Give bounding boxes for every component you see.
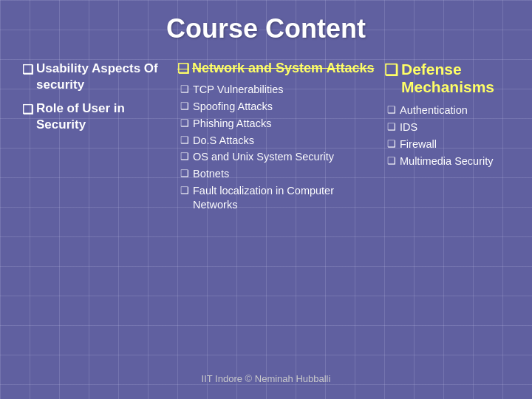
- footer-text: IIT Indore © Neminah Hubballi: [22, 373, 510, 384]
- item-label: Authentication: [400, 103, 468, 117]
- left-item-1-label: Usability Aspects Of security: [36, 61, 170, 93]
- item-label: Phishing Attacks: [193, 117, 271, 131]
- list-item: ❑ Authentication: [387, 103, 510, 117]
- cb-icon: ❑: [180, 117, 189, 130]
- right-items: ❑ Authentication ❑ IDS ❑ Firewall ❑ Mult…: [384, 103, 510, 171]
- list-item: ❑ Do.S Attacks: [180, 134, 377, 148]
- cb-icon: ❑: [387, 104, 396, 117]
- list-item: ❑ Firewall: [387, 137, 510, 151]
- left-item-2-label: Role of User in Security: [36, 100, 170, 133]
- cb-icon: ❑: [387, 138, 396, 151]
- item-label: OS and Unix System Security: [193, 150, 334, 164]
- list-item: ❑ OS and Unix System Security: [180, 150, 377, 164]
- list-item: ❑ Botnets: [180, 167, 377, 181]
- cb-icon: ❑: [180, 100, 189, 113]
- item-label: IDS: [400, 120, 417, 134]
- middle-items: ❑ TCP Vulnerabilities ❑ Spoofing Attacks…: [177, 83, 377, 215]
- cb-icon: ❑: [180, 185, 189, 197]
- checkbox-icon-middle: ❑: [177, 61, 189, 77]
- left-item-1: ❑ Usability Aspects Of security: [22, 61, 170, 93]
- item-label: Botnets: [193, 167, 229, 181]
- cb-icon: ❑: [387, 121, 396, 134]
- right-header: ❑ Defense Mechanisms: [384, 61, 510, 96]
- item-label: Firewall: [400, 137, 437, 151]
- checkbox-icon-right: ❑: [384, 61, 398, 79]
- item-label: Fault localization in Computer Networks: [193, 184, 377, 212]
- cb-icon: ❑: [387, 155, 396, 168]
- cb-icon: ❑: [180, 168, 189, 180]
- list-item: ❑ TCP Vulnerabilities: [180, 83, 377, 97]
- list-item: ❑ Fault localization in Computer Network…: [180, 184, 377, 212]
- item-label: TCP Vulnerabilities: [193, 83, 284, 97]
- right-header-label: Defense Mechanisms: [401, 61, 510, 96]
- list-item: ❑ Multimedia Security: [387, 154, 510, 168]
- list-item: ❑ IDS: [387, 120, 510, 134]
- checkbox-icon-2: ❑: [22, 102, 33, 118]
- checkbox-icon-1: ❑: [22, 62, 33, 78]
- right-column: ❑ Defense Mechanisms ❑ Authentication ❑ …: [384, 61, 510, 171]
- slide: Course Content ❑ Usability Aspects Of se…: [0, 0, 532, 399]
- list-item: ❑ Spoofing Attacks: [180, 100, 377, 114]
- cb-icon: ❑: [180, 134, 189, 147]
- left-item-2: ❑ Role of User in Security: [22, 100, 170, 133]
- list-item: ❑ Phishing Attacks: [180, 117, 377, 131]
- cb-icon: ❑: [180, 83, 189, 96]
- item-label: Multimedia Security: [400, 154, 494, 168]
- cb-icon: ❑: [180, 151, 189, 163]
- middle-header: ❑ Network and System Attacks: [177, 61, 377, 77]
- left-column: ❑ Usability Aspects Of security ❑ Role o…: [22, 61, 170, 140]
- middle-column: ❑ Network and System Attacks ❑ TCP Vulne…: [177, 61, 377, 215]
- slide-title: Course Content: [166, 13, 366, 44]
- item-label: Spoofing Attacks: [193, 100, 273, 114]
- item-label: Do.S Attacks: [193, 134, 254, 148]
- middle-header-label: Network and System Attacks: [192, 61, 374, 76]
- content-columns: ❑ Usability Aspects Of security ❑ Role o…: [22, 61, 510, 366]
